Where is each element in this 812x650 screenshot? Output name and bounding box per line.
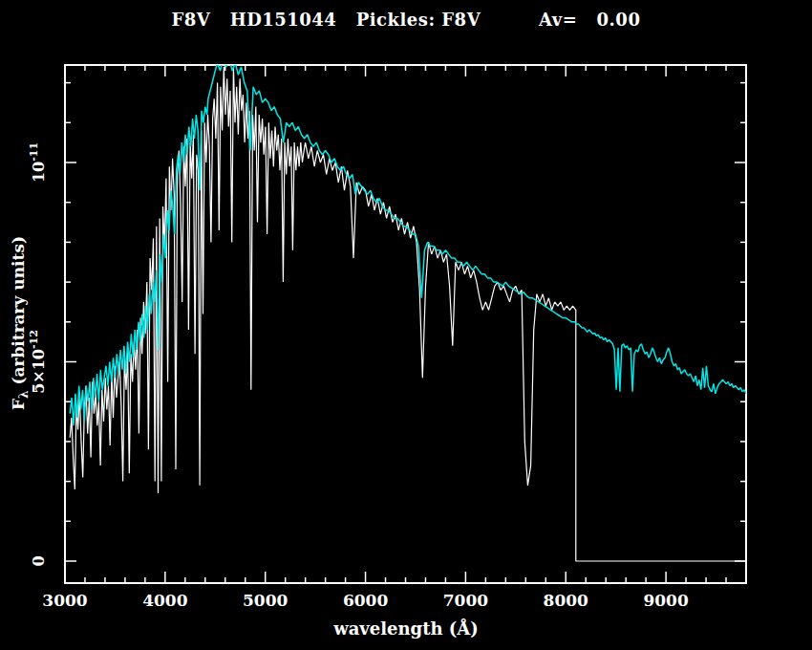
x-tick-label: 6000 [343,591,388,610]
x-axis-label: wavelength (Å) [0,618,812,639]
x-tick-label: 4000 [142,591,187,610]
y-tick-label: 0 [30,555,48,566]
observed-spectrum-line [70,67,745,561]
template-spectrum-line [70,59,746,426]
spectrum-viewer-screen: { "title": "F8V HD151044 Pickles: F8V Av… [0,0,812,650]
y-tick-label: 10-11 [28,142,48,183]
x-tick-label: 9000 [643,591,688,610]
x-tick-label: 5000 [243,591,288,610]
x-tick-label: 8000 [544,591,588,610]
y-axis-label: Fλ (arbitrary units) [9,180,33,466]
x-tick-label: 7000 [443,591,488,610]
y-axis-label-subscript: λ [17,391,31,399]
spectrum-plot: 300040005000600070008000900005×10-1210-1… [0,0,812,650]
x-tick-label: 3000 [42,591,87,610]
